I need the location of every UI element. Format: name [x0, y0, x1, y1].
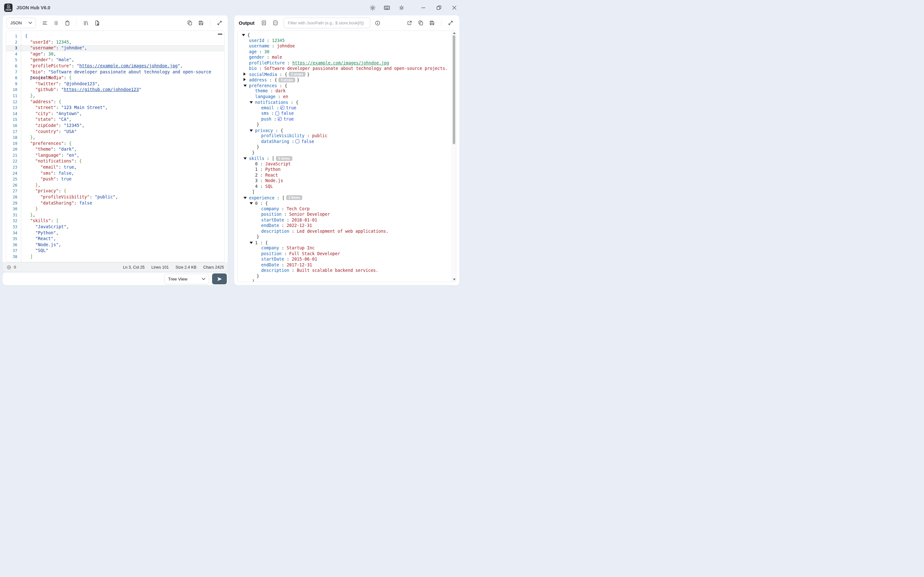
close-icon[interactable] [451, 4, 458, 11]
collapse-all-icon[interactable] [271, 19, 280, 27]
triangle-down-icon[interactable] [250, 127, 255, 133]
editor-line[interactable]: 24"sms": false, [6, 171, 224, 177]
editor-line[interactable]: 16"zipCode": "12345", [6, 123, 224, 129]
editor-line[interactable]: 7"bio": "Software developer passionate a… [6, 69, 224, 75]
editor-line[interactable]: 17"country": "USA" [6, 129, 224, 135]
jsonpath-filter-input[interactable] [284, 18, 370, 28]
settings-gear-icon[interactable] [369, 4, 376, 11]
checkbox-unchecked-icon[interactable] [296, 139, 299, 143]
tree-row[interactable]: socialMedia : {2 props} [238, 71, 456, 77]
editor-line[interactable]: 36"Node.js", [6, 242, 224, 248]
editor-line[interactable]: 1{ [6, 33, 224, 39]
editor-line[interactable]: 26}, [6, 182, 224, 189]
minimize-icon[interactable] [420, 4, 427, 11]
keyboard-icon[interactable] [383, 4, 391, 11]
tree-row[interactable]: bio : Software developer passionate abou… [238, 66, 456, 71]
tree-row[interactable]: startDate : 2018-01-01 [238, 218, 456, 223]
tree-row[interactable]: company : Tech Corp [238, 206, 456, 212]
file-export-icon[interactable] [93, 19, 102, 27]
tree-row[interactable]: profilePicture : https://example.com/ima… [238, 60, 456, 66]
editor-line[interactable]: 25"push": true [6, 176, 224, 182]
editor-line[interactable]: 28"profileVisibility": "public", [6, 194, 224, 200]
tree-row[interactable]: ] [238, 189, 456, 195]
tree-row[interactable]: } [238, 234, 456, 240]
triangle-down-icon[interactable] [242, 32, 247, 38]
scrollbar-thumb[interactable] [453, 35, 455, 144]
editor-line[interactable]: 38] [6, 254, 224, 260]
share-export-icon[interactable] [405, 19, 414, 27]
editor-line[interactable]: 12"address": { [6, 99, 224, 105]
tree-row[interactable]: 1 : Python [238, 167, 456, 172]
editor-line[interactable]: 33"JavaScript", [6, 224, 224, 230]
copy-icon[interactable] [186, 19, 194, 27]
tree-row[interactable]: } [238, 274, 456, 279]
compact-minify-icon[interactable] [52, 19, 60, 27]
format-document-icon[interactable] [40, 19, 49, 27]
save-icon[interactable] [197, 19, 205, 27]
tree-row[interactable]: profileVisibility : public [238, 133, 456, 139]
json-tree-view[interactable]: {userId : 12345username : johndoeage : 3… [237, 31, 456, 282]
tree-row[interactable]: 4 : SQL [238, 184, 456, 189]
editor-line[interactable]: 10"github": "https://github.com/johndoe1… [6, 87, 224, 93]
editor-line[interactable]: 18}, [6, 135, 224, 141]
restore-icon[interactable] [435, 4, 443, 11]
tree-row[interactable]: endDate : 2022-12-31 [238, 223, 456, 229]
editor-line[interactable]: 23"email": true, [6, 164, 224, 171]
tree-row[interactable]: skills : [5 items [238, 155, 456, 161]
editor-line[interactable]: 34"Python", [6, 230, 224, 236]
editor-line[interactable]: 22"notifications": { [6, 158, 224, 164]
triangle-right-icon[interactable] [244, 77, 249, 83]
tree-row[interactable]: userId : 12345 [238, 38, 456, 44]
tree-row[interactable]: push :true [238, 116, 456, 122]
tree-row[interactable]: privacy : { [238, 127, 456, 133]
editor-line[interactable]: 4"age": 30, [6, 51, 224, 57]
editor-line[interactable]: 21"language": "en", [6, 153, 224, 159]
tree-row[interactable]: ] [238, 279, 456, 282]
scroll-down-arrow-icon[interactable] [453, 279, 456, 280]
code-editor[interactable]: 1{2"userId": 12345,3"username": "johndoe… [6, 31, 225, 262]
editor-line[interactable]: 32"skills": [ [6, 218, 224, 224]
tree-scrollbar[interactable] [452, 31, 456, 282]
fold-collapse-handle[interactable] [218, 34, 222, 35]
save-icon[interactable] [428, 19, 436, 27]
expand-all-icon[interactable] [260, 19, 268, 27]
format-select[interactable]: JSON [6, 18, 36, 28]
editor-line[interactable]: 29"dataSharing": false [6, 200, 224, 206]
tree-row[interactable]: experience : [2 items [238, 195, 456, 201]
tree-row[interactable]: } [238, 144, 456, 150]
editor-line[interactable]: 27"privacy": { [6, 188, 224, 194]
editor-line[interactable]: 2"userId": 12345, [6, 39, 224, 45]
checkbox-checked-icon[interactable] [280, 106, 284, 110]
url-link[interactable]: https://example.com/images/johndoe.jpg [79, 63, 178, 68]
copy-icon[interactable] [417, 19, 425, 27]
info-icon[interactable] [373, 19, 382, 27]
library-columns-icon[interactable] [81, 19, 90, 27]
paste-clipboard-icon[interactable] [63, 19, 71, 27]
tree-row[interactable]: description : Led development of web app… [238, 229, 456, 234]
theme-sun-icon[interactable] [398, 4, 405, 11]
editor-line[interactable]: 35"React", [6, 236, 224, 242]
tree-row[interactable]: position : Senior Developer [238, 211, 456, 218]
tree-row[interactable]: endDate : 2017-12-31 [238, 262, 456, 268]
editor-line[interactable]: 9"twitter": "@johndoe123", [6, 81, 224, 87]
send-button[interactable] [212, 274, 227, 284]
tree-row[interactable]: language : en [238, 94, 456, 100]
editor-line[interactable]: 13"street": "123 Main Street", [6, 105, 224, 111]
triangle-down-icon[interactable] [250, 99, 255, 105]
triangle-down-icon[interactable] [244, 195, 249, 201]
tree-row[interactable]: email :true [238, 105, 456, 111]
tree-row[interactable]: dataSharing :false [238, 139, 456, 145]
tree-row[interactable]: gender : male [238, 55, 456, 60]
editor-line[interactable]: 14"city": "Anytown", [6, 111, 224, 117]
tree-row[interactable]: position : Full Stack Developer [238, 251, 456, 257]
editor-line[interactable]: 11}, [6, 93, 224, 99]
view-mode-select[interactable]: Tree View [164, 274, 209, 284]
tree-row[interactable]: 0 : JavaScript [238, 161, 456, 167]
tree-row[interactable]: { [238, 32, 456, 38]
editor-line[interactable]: 8"socialMedia": { [6, 75, 224, 81]
checkbox-unchecked-icon[interactable] [275, 111, 279, 115]
triangle-down-icon[interactable] [250, 200, 255, 206]
editor-line[interactable]: 37"SQL" [6, 248, 224, 254]
url-link[interactable]: https://example.com/images/johndoe.jpg [292, 61, 389, 65]
expand-icon[interactable] [215, 19, 224, 27]
